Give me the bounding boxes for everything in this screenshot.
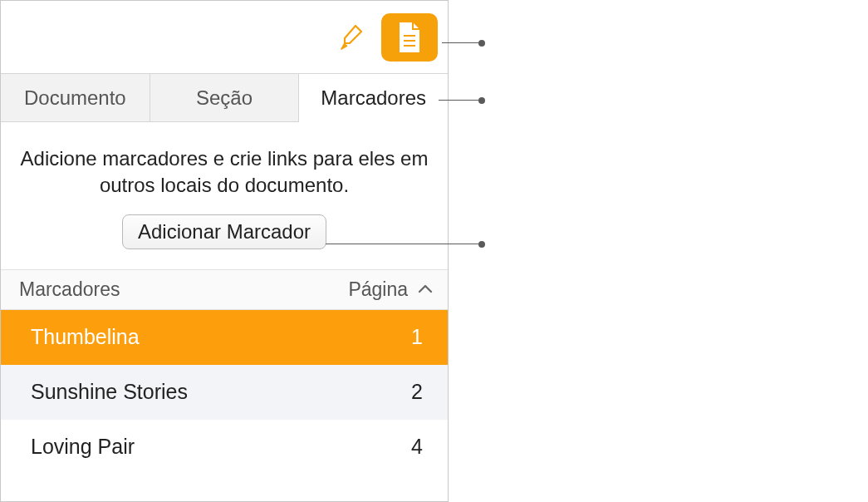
add-button-label: Adicionar Marcador bbox=[138, 220, 311, 243]
callout-line bbox=[326, 244, 482, 244]
bookmark-list-header: Marcadores Página bbox=[1, 269, 448, 310]
bookmark-row[interactable]: Thumbelina 1 bbox=[1, 310, 448, 365]
add-button-container: Adicionar Marcador bbox=[1, 214, 448, 269]
bookmark-name: Sunshine Stories bbox=[31, 380, 188, 404]
document-icon bbox=[395, 21, 424, 54]
tab-bar: Documento Seção Marcadores bbox=[1, 74, 448, 122]
chevron-up-icon bbox=[418, 284, 433, 294]
toolbar bbox=[1, 1, 448, 74]
format-brush-button[interactable] bbox=[326, 13, 376, 62]
callout-line bbox=[442, 42, 482, 43]
tab-label: Marcadores bbox=[321, 86, 426, 110]
bookmark-page: 1 bbox=[411, 325, 423, 349]
tab-document[interactable]: Documento bbox=[1, 74, 150, 121]
bookmark-page: 2 bbox=[411, 380, 423, 404]
inspector-panel: Documento Seção Marcadores Adicione marc… bbox=[0, 0, 449, 502]
tab-label: Seção bbox=[196, 86, 253, 110]
tab-bookmarks[interactable]: Marcadores bbox=[299, 74, 448, 122]
column-header-name[interactable]: Marcadores bbox=[19, 278, 120, 301]
tab-label: Documento bbox=[24, 86, 126, 110]
description-text: Adicione marcadores e crie links para el… bbox=[1, 122, 448, 214]
bookmark-row[interactable]: Loving Pair 4 bbox=[1, 420, 448, 475]
tab-section[interactable]: Seção bbox=[150, 74, 300, 121]
document-settings-button[interactable] bbox=[381, 13, 438, 62]
column-header-page: Página bbox=[348, 278, 408, 301]
bookmark-page: 4 bbox=[411, 435, 423, 459]
bookmark-list: Thumbelina 1 Sunshine Stories 2 Loving P… bbox=[1, 310, 448, 501]
callout-line bbox=[439, 100, 482, 101]
add-bookmark-button[interactable]: Adicionar Marcador bbox=[122, 214, 326, 249]
bookmark-row[interactable]: Sunshine Stories 2 bbox=[1, 365, 448, 420]
bookmark-name: Loving Pair bbox=[31, 435, 135, 459]
column-header-page-group[interactable]: Página bbox=[348, 278, 433, 301]
bookmark-name: Thumbelina bbox=[31, 325, 140, 349]
brush-icon bbox=[336, 22, 366, 52]
